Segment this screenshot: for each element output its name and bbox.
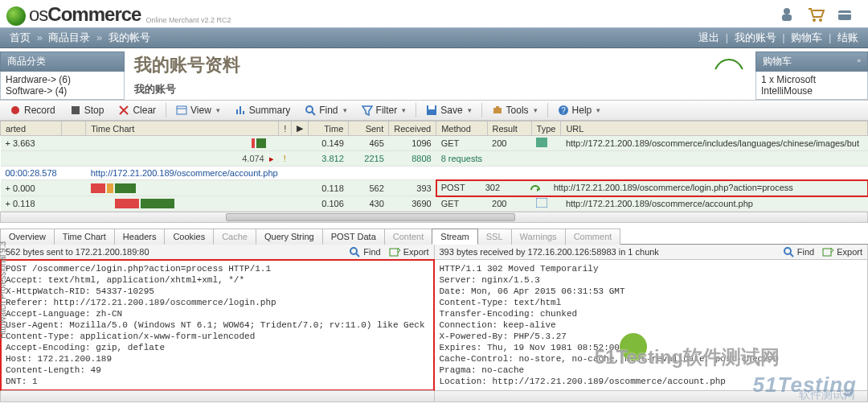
table-row[interactable]: + 3.663 0.149 465 1096 GET 200 http://17… (1, 136, 868, 151)
grid-header[interactable]: arted Time Chart ! ▶ Time Sent Received … (1, 122, 868, 136)
clear-button[interactable]: Clear (113, 103, 161, 117)
svg-text:?: ? (561, 106, 566, 115)
checkout-icon[interactable] (836, 6, 854, 23)
nav-account[interactable]: 我的帐号 (108, 31, 150, 43)
nav-logout[interactable]: 退出 (698, 31, 719, 43)
cat-item[interactable]: Software-> (4) (6, 85, 119, 97)
table-row[interactable]: 00:00:28.578 http://172.21.200.189/oscom… (1, 167, 868, 180)
image-type-icon (536, 138, 547, 147)
find-button[interactable]: Find (783, 246, 814, 257)
table-row[interactable]: 4.074▸ ! 3.812 2215 8808 8 requests (1, 151, 868, 167)
svg-point-2 (813, 19, 816, 22)
svg-rect-18 (536, 198, 547, 208)
header-icons (778, 6, 854, 23)
tab-cache: Cache (213, 229, 256, 245)
tab-cookies[interactable]: Cookies (164, 229, 214, 245)
cart-title: 购物车▫ (755, 51, 868, 72)
export-button[interactable]: Export (389, 246, 429, 257)
svg-rect-17 (536, 138, 547, 147)
svg-point-3 (819, 19, 822, 22)
tab-stream[interactable]: Stream (432, 229, 477, 245)
tab-warnings: Warnings (511, 229, 566, 245)
nav-catalog[interactable]: 商品目录 (48, 31, 90, 43)
request-pane: 562 bytes sent to 172.21.200.189:80 Find… (0, 245, 435, 402)
response-pane-head: 393 bytes received by 172.16.200.126:589… (440, 247, 659, 257)
svg-point-0 (784, 8, 790, 14)
svg-rect-7 (72, 106, 80, 114)
table-row[interactable]: + 0.000 0.118 562 393 POST 302 http://17… (1, 180, 868, 196)
svg-point-10 (306, 106, 313, 113)
app-version-label: HttpWatch Professional 9.3 (0, 241, 7, 339)
osc-body: 商品分类 Hardware-> (6) Software-> (4) 我的账号资… (0, 48, 868, 100)
html-type-icon (536, 198, 547, 208)
tools-menu[interactable]: Tools (487, 103, 542, 117)
main-content: 我的账号资料 我的账号 (131, 51, 707, 100)
nav-right: 退出 | 我的账号 | 购物车 | 结账 (697, 31, 860, 45)
request-grid[interactable]: arted Time Chart ! ▶ Time Sent Received … (0, 121, 868, 212)
tab-post-data[interactable]: POST Data (322, 229, 385, 245)
cart-item[interactable]: 1 x Microsoft IntelliMouse (761, 74, 862, 97)
tab-content: Content (384, 229, 433, 245)
save-button[interactable]: Save (421, 103, 476, 117)
svg-rect-1 (782, 14, 792, 21)
response-pane: 393 bytes received by 172.16.200.126:589… (435, 245, 869, 402)
svg-rect-13 (428, 105, 435, 109)
cart-body: 1 x Microsoft IntelliMouse (755, 72, 868, 100)
nav-home[interactable]: 首页 (10, 31, 31, 43)
osc-nav: 首页 » 商品目录 » 我的帐号 退出 | 我的账号 | 购物车 | 结账 (0, 27, 868, 48)
account-icon[interactable] (778, 6, 796, 23)
tab-ssl: SSL (477, 229, 512, 245)
stop-button[interactable]: Stop (65, 103, 109, 117)
sidebar-right: 购物车▫ 1 x Microsoft IntelliMouse (755, 51, 868, 100)
stream-wrap: 562 bytes sent to 172.21.200.189:80 Find… (0, 245, 868, 402)
svg-line-20 (356, 253, 359, 257)
logo-subtitle: Online Merchant v2.2 RC2 (145, 16, 231, 24)
cat-item[interactable]: Hardware-> (6) (6, 74, 119, 85)
svg-line-11 (312, 112, 315, 115)
request-raw[interactable]: POST /oscommerce/login.php?action=proces… (1, 260, 434, 390)
svg-rect-4 (838, 10, 851, 20)
request-pane-head: 562 bytes sent to 172.21.200.189:80 (6, 247, 149, 257)
grid-scrollbar[interactable] (0, 212, 868, 223)
view-menu[interactable]: View (171, 103, 225, 117)
pane-scrollbar[interactable] (1, 390, 434, 402)
find-button[interactable]: Find (349, 246, 380, 257)
response-raw[interactable]: HTTP/1.1 302 Moved Temporarily Server: n… (435, 260, 868, 390)
redirect-icon (530, 182, 541, 192)
table-row[interactable]: + 0.118 0.106 430 3690 GET 200 http://17… (1, 196, 868, 212)
cat-body: Hardware-> (6) Software-> (4) (0, 72, 125, 100)
svg-line-23 (790, 253, 793, 257)
record-button[interactable]: Record (5, 103, 60, 117)
tab-comment: Comment (565, 229, 621, 245)
tab-overview[interactable]: Overview (0, 229, 55, 245)
nav-myaccount[interactable]: 我的账号 (735, 31, 776, 43)
find-button[interactable]: Find (300, 103, 351, 117)
deco-swirl (714, 51, 749, 100)
swirl-icon (6, 6, 26, 26)
svg-rect-5 (838, 13, 851, 14)
detail-tabs: OverviewTime ChartHeadersCookiesCacheQue… (0, 228, 868, 245)
osc-header: osCommerce Online Merchant v2.2 RC2 (0, 0, 868, 27)
cat-title: 商品分类 (0, 51, 125, 72)
logo-text: osCommerce (29, 3, 141, 26)
tab-time-chart[interactable]: Time Chart (54, 229, 115, 245)
svg-rect-21 (390, 249, 398, 256)
hw-toolbar: Record Stop Clear View Summary Find Filt… (0, 100, 868, 121)
filter-button[interactable]: Filter (357, 103, 411, 117)
breadcrumb: 首页 » 商品目录 » 我的帐号 (8, 31, 152, 45)
cart-icon[interactable] (807, 6, 825, 23)
page-title: 我的账号资料 (134, 53, 704, 77)
sidebar-left: 商品分类 Hardware-> (6) Software-> (4) (0, 51, 125, 100)
tab-headers[interactable]: Headers (114, 229, 166, 245)
svg-rect-8 (177, 106, 186, 114)
help-menu[interactable]: ?Help (553, 103, 606, 117)
tab-query-string[interactable]: Query String (256, 229, 323, 245)
nav-checkout[interactable]: 结账 (837, 31, 858, 43)
summary-button[interactable]: Summary (230, 103, 295, 117)
export-button[interactable]: Export (822, 246, 862, 257)
osc-logo: osCommerce Online Merchant v2.2 RC2 (6, 3, 231, 26)
svg-rect-14 (493, 108, 502, 113)
pane-scrollbar[interactable] (435, 390, 868, 402)
nav-cart[interactable]: 购物车 (791, 31, 822, 43)
svg-point-19 (350, 248, 357, 254)
